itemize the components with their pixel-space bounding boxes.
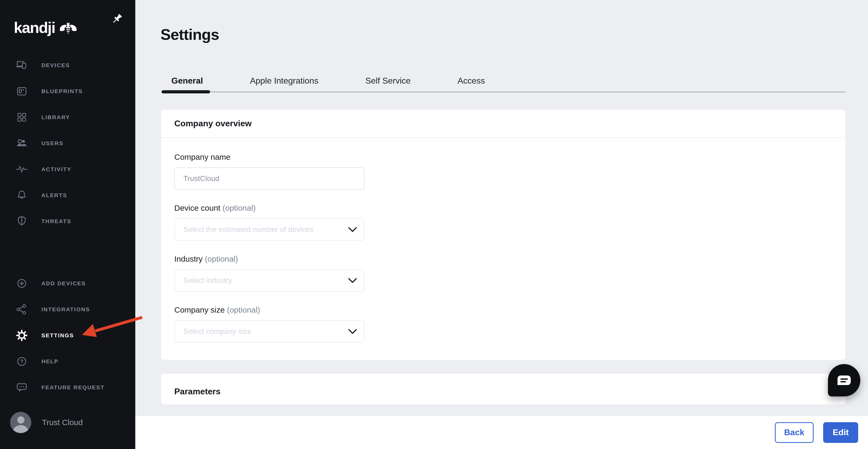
sidebar-item-label: THREATS [41,218,71,224]
library-icon [16,111,28,124]
kandji-logo[interactable]: kandji [14,19,78,36]
field-company-size: Company size (optional) Select company s… [174,305,845,342]
field-label: Industry (optional) [174,255,845,264]
back-button[interactable]: Back [775,422,814,443]
sidebar-item-label: ACTIVITY [41,166,71,173]
tab-apple-integrations[interactable]: Apple Integrations [240,75,328,86]
question-circle-icon: ? [16,355,28,368]
sidebar-item-label: HELP [41,358,59,365]
company-name-input[interactable] [174,168,365,190]
plus-circle-icon [16,277,28,290]
card-header: Parameters [161,373,845,400]
chat-bubble-icon [16,381,28,394]
settings-tabs: General Apple Integrations Self Service … [161,75,495,86]
sidebar-item-settings[interactable]: SETTINGS [0,322,135,349]
select-placeholder: Select industry [183,276,232,285]
card-header: Company overview [161,110,845,138]
tab-divider-line [161,92,845,92]
gear-icon [16,329,28,342]
active-tab-underline [161,90,210,93]
chevron-down-icon [348,329,357,334]
sidebar-primary-nav: DEVICES BLUEPRINTS LIBRARY [0,52,135,234]
account-switcher[interactable]: Trust Cloud [10,412,83,433]
shield-icon [16,215,28,228]
sidebar-item-blueprints[interactable]: BLUEPRINTS [0,78,135,104]
pushpin-icon[interactable] [110,12,124,26]
kandji-wordmark: kandji [14,19,55,36]
kandji-bee-icon [59,22,78,34]
sidebar-item-label: INTEGRATIONS [41,306,90,312]
sidebar-item-label: LIBRARY [41,114,70,120]
blueprints-icon [16,85,28,98]
sidebar-item-add-devices[interactable]: ADD DEVICES [0,270,135,296]
sidebar-item-label: SETTINGS [41,332,74,339]
sidebar-item-help[interactable]: ? HELP [0,349,135,375]
main-content: Settings General Apple Integrations Self… [135,0,868,449]
sidebar-item-users[interactable]: USERS [0,130,135,156]
account-name: Trust Cloud [42,418,83,427]
sidebar-item-label: DEVICES [41,62,70,68]
chevron-down-icon [348,278,357,283]
sidebar-item-threats[interactable]: THREATS [0,208,135,234]
optional-suffix: (optional) [205,255,238,263]
company-size-select[interactable]: Select company size [174,320,365,342]
field-company-name: Company name [174,153,845,190]
avatar [10,412,31,433]
parameters-card: Parameters [161,373,845,405]
select-placeholder: Select the estimated number of devices [183,225,313,234]
sidebar-item-library[interactable]: LIBRARY [0,104,135,130]
tab-general[interactable]: General [161,75,213,86]
sidebar-item-label: BLUEPRINTS [41,88,83,94]
tab-access[interactable]: Access [448,75,495,86]
bell-icon [16,189,28,202]
sidebar-item-label: ALERTS [41,192,67,199]
sidebar-item-label: FEATURE REQUEST [41,384,104,391]
sidebar-item-alerts[interactable]: ALERTS [0,182,135,208]
optional-suffix: (optional) [227,305,260,314]
field-label: Company size (optional) [174,305,845,315]
sidebar-item-integrations[interactable]: INTEGRATIONS [0,296,135,322]
share-nodes-icon [16,303,28,316]
field-label: Company name [174,153,845,161]
tab-self-service[interactable]: Self Service [355,75,421,86]
chat-glyph-icon [837,376,851,385]
activity-pulse-icon [16,163,28,176]
chevron-down-icon [348,227,357,232]
industry-select[interactable]: Select industry [174,269,365,292]
field-device-count: Device count (optional) Select the estim… [174,204,845,241]
edit-button[interactable]: Edit [823,422,858,443]
devices-icon [16,59,28,72]
field-label: Device count (optional) [174,204,845,213]
sidebar-item-label: ADD DEVICES [41,280,86,287]
sidebar-item-devices[interactable]: DEVICES [0,52,135,78]
action-footer: Back Edit [135,415,868,449]
sidebar-secondary-nav: ADD DEVICES INTEGRATIONS [0,270,135,400]
select-placeholder: Select company size [183,327,251,336]
field-industry: Industry (optional) Select industry [174,255,845,292]
sidebar-item-label: USERS [41,140,63,147]
svg-text:?: ? [20,359,23,364]
page-title: Settings [160,26,219,43]
sidebar-item-activity[interactable]: ACTIVITY [0,156,135,182]
sidebar-item-feature-request[interactable]: FEATURE REQUEST [0,375,135,400]
optional-suffix: (optional) [223,204,256,212]
chat-launcher-button[interactable] [828,364,860,396]
device-count-select[interactable]: Select the estimated number of devices [174,218,365,241]
sidebar: kandji [0,0,135,449]
users-icon [16,137,28,150]
company-overview-card: Company overview Company name Device cou… [161,110,845,360]
